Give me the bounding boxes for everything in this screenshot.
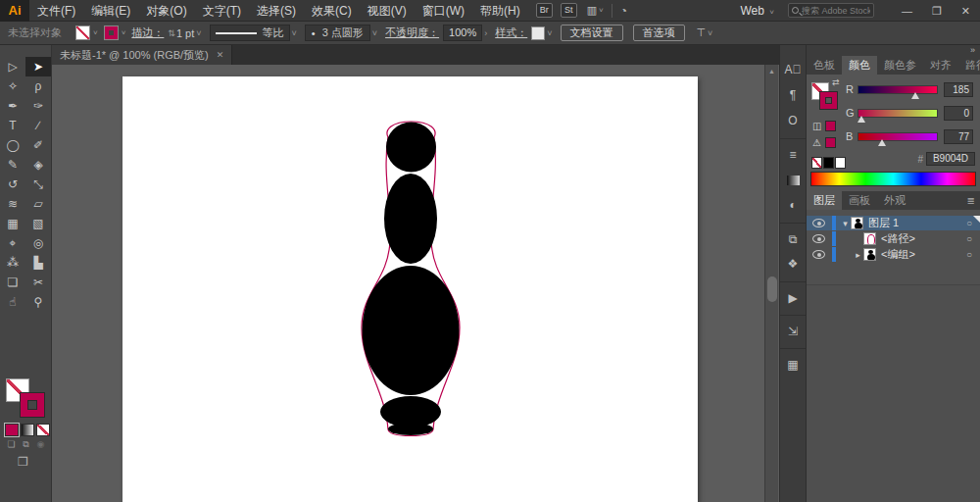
rotate-tool[interactable]: ↺ bbox=[0, 175, 25, 194]
workspace-dropdown[interactable]: Web ˅ bbox=[740, 4, 773, 18]
expand-chevron-icon[interactable]: ▾ bbox=[840, 219, 851, 228]
vertical-scrollbar[interactable]: ▲ bbox=[764, 65, 778, 502]
transparency-panel-icon[interactable]: ◐ bbox=[780, 192, 806, 218]
layer-name[interactable]: 图层 1 bbox=[868, 216, 899, 230]
web-color-warning[interactable]: ◫ bbox=[812, 121, 836, 131]
workspace-switcher-icon[interactable]: ▥ bbox=[587, 4, 597, 17]
stroke-panel-icon[interactable]: ≡ bbox=[780, 138, 806, 167]
slider-track[interactable] bbox=[858, 109, 938, 118]
actions-panel-icon[interactable]: ▶ bbox=[780, 281, 806, 310]
draw-normal-icon[interactable]: ❏ bbox=[4, 439, 19, 450]
draw-behind-icon[interactable]: ⧉ bbox=[19, 439, 33, 450]
eraser-tool[interactable]: ◈ bbox=[25, 155, 51, 175]
pattern-panel-icon[interactable]: ▦ bbox=[780, 348, 806, 376]
hex-input[interactable]: B9004D bbox=[926, 152, 975, 166]
draw-inside-icon[interactable]: ◉ bbox=[33, 439, 48, 450]
expand-chevron-icon[interactable]: ▸ bbox=[853, 250, 863, 260]
panel-tab[interactable]: 对齐 bbox=[923, 56, 958, 75]
mesh-tool[interactable]: ▦ bbox=[0, 214, 25, 233]
paintbrush-tool[interactable]: ✐ bbox=[25, 135, 51, 155]
layer-name[interactable]: <编组> bbox=[881, 247, 915, 262]
line-segment-tool[interactable]: ∕ bbox=[25, 116, 51, 135]
chevron-down-icon[interactable]: ˅ bbox=[372, 28, 377, 38]
slider-thumb[interactable] bbox=[858, 116, 865, 123]
document-setup-button[interactable]: 文档设置 bbox=[561, 25, 623, 41]
scroll-up-icon[interactable]: ▲ bbox=[765, 65, 778, 75]
close-button[interactable]: ✕ bbox=[952, 0, 980, 22]
menu-item[interactable]: 效果(C) bbox=[304, 0, 360, 22]
style-swatch[interactable] bbox=[531, 26, 545, 40]
blend-tool[interactable]: ◎ bbox=[25, 233, 51, 253]
restore-button[interactable]: ❐ bbox=[922, 0, 952, 22]
menu-item[interactable]: 帮助(H) bbox=[472, 0, 528, 22]
panel-tab[interactable]: 外观 bbox=[877, 191, 912, 210]
curvature-tool[interactable]: ✑ bbox=[25, 96, 51, 116]
slider-thumb[interactable] bbox=[878, 139, 886, 146]
app-badge[interactable]: Br bbox=[536, 3, 553, 18]
layer-target-icon[interactable]: ○ bbox=[958, 249, 980, 260]
slider-thumb[interactable] bbox=[911, 92, 919, 99]
opacity-panel-link[interactable]: 不透明度： bbox=[385, 25, 439, 40]
slider-value-input[interactable]: 77 bbox=[944, 129, 973, 144]
none-swatch[interactable] bbox=[811, 157, 822, 169]
gradient-panel-icon[interactable] bbox=[780, 167, 806, 192]
adobe-stock-search[interactable] bbox=[788, 3, 874, 18]
stroke-profile-dropdown[interactable]: 等比 bbox=[210, 25, 290, 41]
close-tab-icon[interactable]: ✕ bbox=[217, 50, 224, 60]
chevron-down-icon[interactable]: ˅ bbox=[292, 28, 297, 38]
ellipse-tool[interactable]: ◯ bbox=[0, 135, 25, 155]
layer-thumbnail[interactable] bbox=[863, 232, 876, 245]
gpu-performance-icon[interactable]: ◔ bbox=[620, 4, 627, 18]
chevron-down-icon[interactable]: ˅ bbox=[122, 28, 126, 37]
collapse-panels-icon[interactable]: » bbox=[970, 45, 975, 55]
visibility-eye-icon[interactable] bbox=[812, 219, 825, 227]
stroke-weight-value[interactable]: 1 pt bbox=[176, 27, 194, 39]
gradient-mode-button[interactable] bbox=[21, 424, 34, 436]
type-tool[interactable]: T bbox=[0, 116, 25, 135]
screen-mode-icon[interactable]: ❐ bbox=[18, 455, 28, 469]
stroke-panel-link[interactable]: 描边： bbox=[131, 25, 164, 40]
slider-value-input[interactable]: 185 bbox=[944, 82, 973, 97]
chevron-down-icon[interactable]: ˅ bbox=[547, 28, 552, 38]
graph-tool[interactable]: ▙ bbox=[25, 253, 51, 273]
preferences-button[interactable]: 首选项 bbox=[633, 25, 685, 41]
fill-swatch[interactable] bbox=[75, 25, 90, 40]
slider-value-input[interactable]: 0 bbox=[944, 106, 973, 121]
width-tool[interactable]: ≋ bbox=[0, 194, 25, 214]
minimize-button[interactable]: — bbox=[892, 0, 922, 22]
chevron-down-icon[interactable]: ˅ bbox=[708, 28, 712, 38]
stroke-color-proxy[interactable] bbox=[819, 91, 838, 110]
menu-item[interactable]: 文字(T) bbox=[195, 0, 249, 22]
style-panel-link[interactable]: 样式： bbox=[495, 25, 527, 40]
layer-row[interactable]: ▸ <编组> ○ bbox=[807, 247, 980, 262]
align-options-icon[interactable]: ⊤ bbox=[697, 26, 707, 39]
paragraph-panel-icon[interactable]: ¶ bbox=[780, 82, 806, 108]
slice-tool[interactable]: ✂ bbox=[25, 273, 51, 292]
zoom-tool[interactable]: ⚲ bbox=[25, 292, 51, 312]
pen-tool[interactable]: ✒ bbox=[0, 96, 25, 116]
layer-row[interactable]: <路径> ○ bbox=[807, 231, 980, 246]
menu-item[interactable]: 视图(V) bbox=[360, 0, 415, 22]
menu-item[interactable]: 对象(O) bbox=[138, 0, 194, 22]
panel-tab[interactable]: 路径查 bbox=[958, 56, 980, 75]
menu-item[interactable]: 窗口(W) bbox=[415, 0, 472, 22]
hand-tool[interactable]: ☝ bbox=[0, 292, 25, 312]
panel-tab[interactable]: 颜色 bbox=[842, 56, 877, 75]
panel-tab[interactable]: 色板 bbox=[807, 56, 842, 75]
white-swatch[interactable] bbox=[835, 157, 846, 169]
layer-target-icon[interactable]: ○ bbox=[958, 218, 980, 228]
color-spectrum-bar[interactable] bbox=[810, 172, 976, 186]
free-transform-tool[interactable]: ▱ bbox=[25, 194, 51, 214]
panel-tab[interactable]: 画板 bbox=[842, 191, 877, 210]
opacity-input[interactable]: 100% bbox=[443, 25, 482, 41]
character-panel-icon[interactable]: A⃓ bbox=[780, 57, 806, 82]
app-badge[interactable]: St bbox=[561, 3, 577, 18]
panel-menu-icon[interactable]: ≣ bbox=[962, 191, 980, 210]
layer-target-icon[interactable]: ○ bbox=[958, 233, 980, 244]
slider-track[interactable] bbox=[858, 132, 938, 141]
gamut-warning[interactable]: ⚠ bbox=[812, 137, 836, 148]
direct-selection-tool[interactable]: ▷ bbox=[0, 57, 25, 76]
artboard-tool[interactable]: ❏ bbox=[0, 273, 25, 292]
menu-item[interactable]: 选择(S) bbox=[249, 0, 304, 22]
graphic-styles-panel-icon[interactable]: ❖ bbox=[780, 251, 806, 276]
